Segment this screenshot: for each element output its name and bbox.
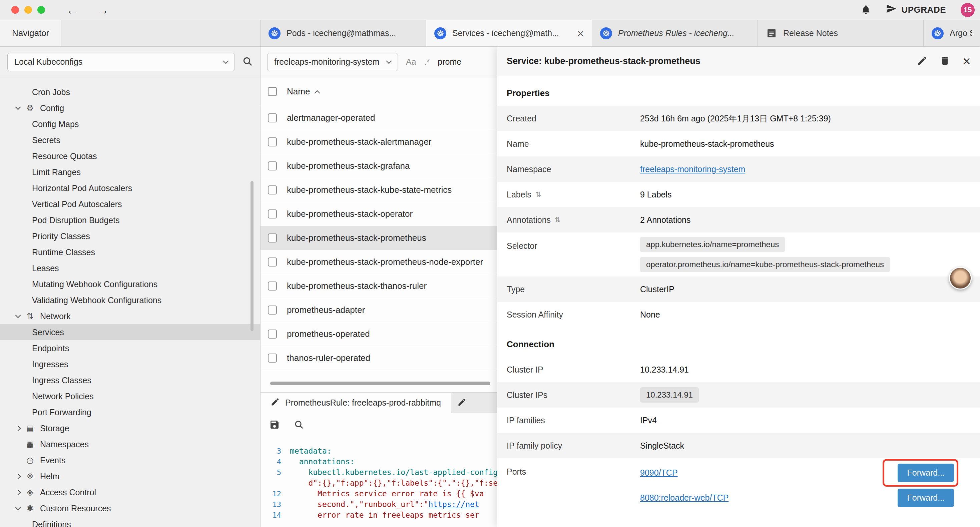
name-column-header[interactable]: Name — [287, 86, 319, 97]
notifications-bell-icon[interactable] — [861, 4, 871, 16]
table-row-kube-prometheus-stack-prometheus[interactable]: kube-prometheus-stack-prometheus — [261, 226, 497, 250]
table-row-kube-prometheus-stack-operator[interactable]: kube-prometheus-stack-operator — [261, 202, 497, 226]
sidebar-item-namespaces[interactable]: ▦Namespaces — [0, 436, 260, 452]
storage-icon: ▤ — [25, 424, 35, 433]
chevron-down-icon[interactable] — [15, 312, 21, 318]
maximize-window-button[interactable] — [37, 6, 45, 14]
service-name: thanos-ruler-operated — [287, 353, 370, 363]
sidebar-item-pod-disruption-budgets[interactable]: Pod Disruption Budgets — [0, 212, 260, 228]
table-row-kube-prometheus-stack-grafana[interactable]: kube-prometheus-stack-grafana — [261, 154, 497, 178]
table-row-kube-prometheus-stack-alertmanager[interactable]: kube-prometheus-stack-alertmanager — [261, 130, 497, 154]
notification-count-badge[interactable]: 15 — [961, 3, 975, 17]
select-all-checkbox[interactable] — [268, 87, 277, 96]
back-button[interactable]: ← — [66, 3, 78, 17]
sidebar-item-ingress-classes[interactable]: Ingress Classes — [0, 372, 260, 388]
chevron-right-icon[interactable] — [15, 474, 21, 479]
forward-button[interactable]: Forward... — [897, 489, 954, 507]
row-checkbox[interactable] — [268, 185, 277, 194]
sidebar-scrollbar[interactable] — [250, 181, 253, 331]
table-row-prometheus-operated[interactable]: prometheus-operated — [261, 322, 497, 346]
sidebar-item-custom-resources[interactable]: ✱Custom Resources — [0, 500, 260, 516]
row-checkbox[interactable] — [268, 209, 277, 218]
row-checkbox[interactable] — [268, 306, 277, 315]
sidebar-item-validating-webhook-configurations[interactable]: Validating Webhook Configurations — [0, 292, 260, 308]
forward-button[interactable]: Forward... — [897, 463, 954, 482]
save-icon[interactable] — [269, 419, 280, 431]
sidebar-item-leases[interactable]: Leases — [0, 260, 260, 276]
sidebar-item-ingresses[interactable]: Ingresses — [0, 356, 260, 372]
chevron-right-icon[interactable] — [15, 426, 21, 431]
chevron-right-icon[interactable] — [15, 490, 21, 495]
sidebar-item-vertical-pod-autoscalers[interactable]: Vertical Pod Autoscalers — [0, 196, 260, 212]
minimize-window-button[interactable] — [24, 6, 32, 14]
sidebar-item-network[interactable]: ⇅Network — [0, 308, 260, 324]
row-checkbox[interactable] — [268, 234, 277, 242]
sidebar-item-mutating-webhook-configurations[interactable]: Mutating Webhook Configurations — [0, 276, 260, 292]
editor-tab-prometheusrule[interactable]: PrometheusRule: freeleaps-prod-rabbitmq — [261, 393, 451, 413]
port-link-8080-reloader-web-tcp[interactable]: 8080:reloader-web/TCP — [640, 493, 729, 503]
row-checkbox[interactable] — [268, 113, 277, 123]
sidebar-item-events[interactable]: ◷Events — [0, 452, 260, 468]
table-row-thanos-ruler-operated[interactable]: thanos-ruler-operated — [261, 346, 497, 370]
sort-toggle-icon[interactable]: ⇅ — [535, 191, 541, 199]
tab-argo-se[interactable]: ☸Argo Se — [924, 20, 980, 46]
sidebar-item-definitions[interactable]: Definitions — [0, 516, 260, 527]
row-checkbox[interactable] — [268, 353, 277, 363]
table-horizontal-scrollbar[interactable] — [270, 382, 490, 385]
row-checkbox[interactable] — [268, 282, 277, 291]
row-checkbox[interactable] — [268, 330, 277, 339]
editor-search-icon[interactable] — [294, 420, 304, 431]
table-search-input[interactable]: prome — [438, 57, 461, 67]
sidebar-item-limit-ranges[interactable]: Limit Ranges — [0, 164, 260, 180]
table-row-kube-prometheus-stack-prometheus-node-exporter[interactable]: kube-prometheus-stack-prometheus-node-ex… — [261, 250, 497, 274]
tab-services-icecheng-math[interactable]: ☸Services - icecheng@math...× — [426, 20, 592, 46]
kubeconfig-select[interactable]: Local Kubeconfigs — [7, 53, 235, 71]
sidebar-item-cron-jobs[interactable]: Cron Jobs — [0, 84, 260, 100]
sidebar-item-resource-quotas[interactable]: Resource Quotas — [0, 148, 260, 164]
forward-button[interactable]: → — [97, 3, 109, 17]
sort-toggle-icon[interactable]: ⇅ — [555, 216, 561, 224]
namespace-select[interactable]: freeleaps-monitoring-system — [267, 53, 398, 71]
row-checkbox[interactable] — [268, 161, 277, 170]
edit-button[interactable] — [917, 56, 928, 67]
row-checkbox[interactable] — [268, 258, 277, 266]
port-link-9090-tcp[interactable]: 9090/TCP — [640, 468, 678, 478]
table-row-prometheus-adapter[interactable]: prometheus-adapter — [261, 298, 497, 322]
yaml-editor[interactable]: 3metadata:4 annotations:5 kubectl.kubern… — [261, 438, 497, 527]
tab-prometheus-rules-icecheng[interactable]: ☸Prometheus Rules - icecheng... — [592, 20, 758, 46]
sidebar-item-services[interactable]: Services — [0, 324, 260, 340]
editor-tab-partial[interactable] — [451, 393, 497, 413]
sidebar-item-helm[interactable]: ☸Helm — [0, 468, 260, 484]
sidebar-item-endpoints[interactable]: Endpoints — [0, 340, 260, 356]
sidebar-item-access-control[interactable]: ◈Access Control — [0, 484, 260, 500]
table-row-alertmanager-operated[interactable]: alertmanager-operated — [261, 106, 497, 130]
table-row-kube-prometheus-stack-thanos-ruler[interactable]: kube-prometheus-stack-thanos-ruler — [261, 274, 497, 298]
sidebar-item-horizontal-pod-autoscalers[interactable]: Horizontal Pod Autoscalers — [0, 180, 260, 196]
tab-release-notes[interactable]: Release Notes — [758, 20, 924, 46]
upgrade-button[interactable]: UPGRADE — [886, 3, 946, 16]
tab-pods-icecheng-mathmas[interactable]: ☸Pods - icecheng@mathmas... — [261, 20, 426, 46]
namespaces-icon: ▦ — [25, 439, 35, 449]
match-case-toggle[interactable]: Aa — [406, 57, 416, 67]
sidebar-item-config[interactable]: ⚙Config — [0, 100, 260, 116]
sidebar-item-network-policies[interactable]: Network Policies — [0, 388, 260, 404]
sidebar-item-config-maps[interactable]: Config Maps — [0, 116, 260, 132]
delete-button[interactable] — [940, 56, 950, 67]
row-value: IPv4 — [640, 416, 657, 425]
sidebar-item-runtime-classes[interactable]: Runtime Classes — [0, 244, 260, 260]
sidebar-search-icon[interactable] — [242, 56, 253, 68]
sidebar-item-storage[interactable]: ▤Storage — [0, 420, 260, 436]
namespace-link[interactable]: freeleaps-monitoring-system — [640, 164, 745, 174]
table-row-kube-prometheus-stack-kube-state-metrics[interactable]: kube-prometheus-stack-kube-state-metrics — [261, 178, 497, 202]
close-window-button[interactable] — [11, 6, 19, 14]
row-checkbox[interactable] — [268, 137, 277, 146]
sidebar-item-port-forwarding[interactable]: Port Forwarding — [0, 404, 260, 420]
sidebar-filter-row: Local Kubeconfigs — [0, 47, 260, 77]
sidebar-item-secrets[interactable]: Secrets — [0, 132, 260, 148]
sidebar-item-priority-classes[interactable]: Priority Classes — [0, 228, 260, 244]
chevron-down-icon[interactable] — [15, 505, 21, 510]
regex-toggle[interactable]: .* — [424, 57, 430, 67]
close-drawer-button[interactable]: × — [963, 54, 970, 68]
close-tab-icon[interactable]: × — [577, 28, 584, 39]
chevron-down-icon[interactable] — [15, 104, 21, 110]
